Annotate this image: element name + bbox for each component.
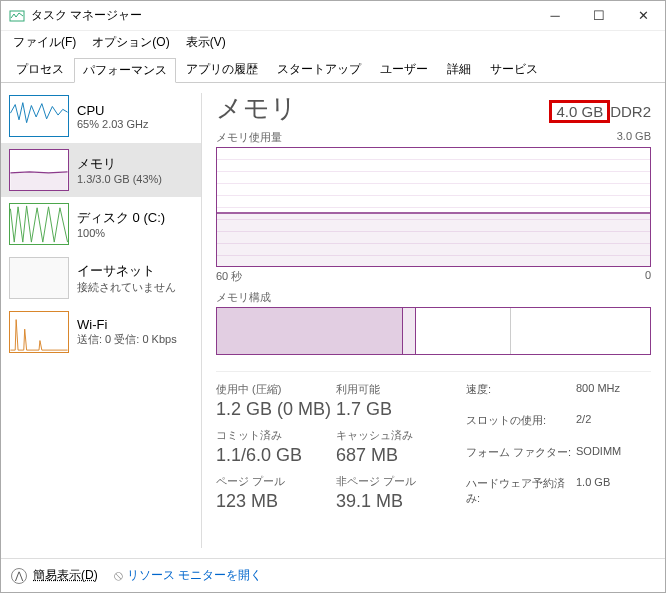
sidebar-item-cpu[interactable]: CPU 65% 2.03 GHz (1, 89, 201, 143)
paged-value: 123 MB (216, 491, 336, 512)
composition-label: メモリ構成 (216, 290, 271, 305)
sidebar-item-memory[interactable]: メモリ 1.3/3.0 GB (43%) (1, 143, 201, 197)
memory-composition-chart (216, 307, 651, 355)
page-title: メモリ (216, 91, 297, 126)
available-label: 利用可能 (336, 382, 446, 397)
form-label: フォーム ファクター: (466, 445, 576, 472)
axis-left: 60 秒 (216, 269, 242, 284)
in-use-value: 1.2 GB (0 MB) (216, 399, 336, 420)
chart-line (217, 212, 650, 214)
memory-total: 4.0 GBDDR2 (549, 103, 651, 120)
tab-details[interactable]: 詳細 (438, 57, 480, 82)
cached-value: 687 MB (336, 445, 446, 466)
memory-total-highlight: 4.0 GB (549, 100, 610, 123)
reserved-value: 1.0 GB (576, 476, 621, 518)
maximize-button[interactable]: ☐ (577, 1, 621, 31)
disk-thumb (9, 203, 69, 245)
comp-standby (416, 308, 511, 354)
content: CPU 65% 2.03 GHz メモリ 1.3/3.0 GB (43%) (1, 83, 665, 558)
resource-monitor-label: リソース モニターを開く (127, 567, 262, 584)
tab-performance[interactable]: パフォーマンス (74, 58, 176, 83)
window-controls: ─ ☐ ✕ (533, 1, 665, 31)
menubar: ファイル(F) オプション(O) 表示(V) (1, 31, 665, 53)
speed-label: 速度: (466, 382, 576, 409)
tabs: プロセス パフォーマンス アプリの履歴 スタートアップ ユーザー 詳細 サービス (1, 53, 665, 83)
cpu-text: CPU 65% 2.03 GHz (77, 103, 149, 130)
chart-fill (217, 214, 650, 266)
task-manager-window: タスク マネージャー ─ ☐ ✕ ファイル(F) オプション(O) 表示(V) … (0, 0, 666, 593)
cpu-thumb (9, 95, 69, 137)
cpu-sub: 65% 2.03 GHz (77, 118, 149, 130)
reserved-label: ハードウェア予約済み: (466, 476, 576, 518)
ethernet-title: イーサネット (77, 262, 176, 280)
close-button[interactable]: ✕ (621, 1, 665, 31)
svg-rect-1 (10, 173, 67, 190)
chevron-up-icon[interactable]: ⋀ (11, 568, 27, 584)
form-value: SODIMM (576, 445, 621, 472)
nonpaged-label: 非ページ プール (336, 474, 446, 489)
tab-services[interactable]: サービス (481, 57, 547, 82)
sidebar: CPU 65% 2.03 GHz メモリ 1.3/3.0 GB (43%) (1, 83, 201, 558)
fewer-details-link[interactable]: 簡易表示(D) (33, 567, 98, 584)
chart-axis: 60 秒 0 (216, 269, 651, 284)
disk-text: ディスク 0 (C:) 100% (77, 209, 165, 239)
menu-file[interactable]: ファイル(F) (5, 32, 84, 53)
usage-label: メモリ使用量 (216, 130, 282, 145)
memory-type: DDR2 (610, 103, 651, 120)
memory-thumb (9, 149, 69, 191)
cpu-title: CPU (77, 103, 149, 118)
stats-left: 使用中 (圧縮) 利用可能 1.2 GB (0 MB) 1.7 GB コミット済… (216, 382, 446, 518)
titlebar: タスク マネージャー ─ ☐ ✕ (1, 1, 665, 31)
tab-startup[interactable]: スタートアップ (268, 57, 370, 82)
disk-sub: 100% (77, 227, 165, 239)
slots-value: 2/2 (576, 413, 621, 440)
tab-app-history[interactable]: アプリの履歴 (177, 57, 267, 82)
usage-max: 3.0 GB (617, 130, 651, 145)
main-header: メモリ 4.0 GBDDR2 (216, 91, 651, 126)
sidebar-item-disk[interactable]: ディスク 0 (C:) 100% (1, 197, 201, 251)
stats: 使用中 (圧縮) 利用可能 1.2 GB (0 MB) 1.7 GB コミット済… (216, 371, 651, 518)
nonpaged-value: 39.1 MB (336, 491, 446, 512)
wifi-thumb (9, 311, 69, 353)
ethernet-text: イーサネット 接続されていません (77, 262, 176, 295)
comp-modified (403, 308, 416, 354)
sidebar-item-ethernet[interactable]: イーサネット 接続されていません (1, 251, 201, 305)
speed-value: 800 MHz (576, 382, 621, 409)
main-panel: メモリ 4.0 GBDDR2 メモリ使用量 3.0 GB 60 秒 0 メモリ構… (202, 83, 665, 558)
memory-sub: 1.3/3.0 GB (43%) (77, 173, 162, 185)
paged-label: ページ プール (216, 474, 336, 489)
wifi-sub: 送信: 0 受信: 0 Kbps (77, 332, 177, 347)
footer: ⋀ 簡易表示(D) リソース モニターを開く (1, 558, 665, 592)
cached-label: キャッシュ済み (336, 428, 446, 443)
menu-options[interactable]: オプション(O) (84, 32, 177, 53)
ethernet-sub: 接続されていません (77, 280, 176, 295)
wifi-title: Wi-Fi (77, 317, 177, 332)
tab-processes[interactable]: プロセス (7, 57, 73, 82)
committed-value: 1.1/6.0 GB (216, 445, 336, 466)
memory-title: メモリ (77, 155, 162, 173)
composition-label-row: メモリ構成 (216, 290, 651, 305)
sidebar-item-wifi[interactable]: Wi-Fi 送信: 0 受信: 0 Kbps (1, 305, 201, 359)
resource-monitor-link[interactable]: リソース モニターを開く (114, 567, 262, 584)
axis-right: 0 (645, 269, 651, 284)
memory-usage-chart (216, 147, 651, 267)
tab-users[interactable]: ユーザー (371, 57, 437, 82)
slots-label: スロットの使用: (466, 413, 576, 440)
available-value: 1.7 GB (336, 399, 446, 420)
comp-used (217, 308, 403, 354)
committed-label: コミット済み (216, 428, 336, 443)
usage-label-row: メモリ使用量 3.0 GB (216, 130, 651, 145)
minimize-button[interactable]: ─ (533, 1, 577, 31)
wifi-text: Wi-Fi 送信: 0 受信: 0 Kbps (77, 317, 177, 347)
ethernet-thumb (9, 257, 69, 299)
in-use-label: 使用中 (圧縮) (216, 382, 336, 397)
window-title: タスク マネージャー (31, 7, 533, 24)
comp-free (511, 308, 650, 354)
app-icon (9, 8, 25, 24)
memory-text: メモリ 1.3/3.0 GB (43%) (77, 155, 162, 185)
disk-title: ディスク 0 (C:) (77, 209, 165, 227)
menu-view[interactable]: 表示(V) (178, 32, 234, 53)
stats-right: 速度: 800 MHz スロットの使用: 2/2 フォーム ファクター: SOD… (466, 382, 621, 518)
